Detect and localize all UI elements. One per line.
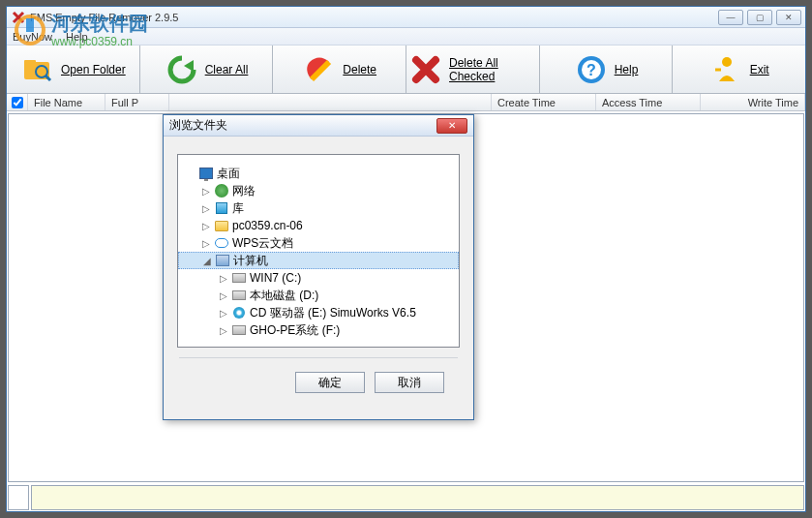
toolbar: Open Folder Clear All Delete Delete All … bbox=[7, 46, 805, 94]
exit-button[interactable]: Exit bbox=[673, 46, 805, 93]
expand-icon[interactable]: ▷ bbox=[219, 325, 228, 336]
col-accesstime[interactable]: Access Time bbox=[596, 94, 701, 110]
titlebar[interactable]: FMS Empty File Remover 2.9.5 — ▢ ✕ bbox=[7, 7, 805, 28]
tree-label: 桌面 bbox=[217, 166, 240, 182]
cd-icon bbox=[231, 305, 247, 320]
status-indicator bbox=[8, 485, 29, 510]
menu-buynow[interactable]: BuyNow bbox=[13, 31, 52, 43]
clear-all-label: Clear All bbox=[205, 63, 249, 76]
computer-icon bbox=[215, 253, 230, 268]
svg-point-8 bbox=[722, 57, 732, 67]
expand-icon[interactable]: ▷ bbox=[201, 203, 211, 214]
help-icon: ? bbox=[574, 52, 609, 87]
status-bar bbox=[31, 485, 804, 510]
help-label: Help bbox=[615, 63, 639, 76]
expand-icon[interactable]: ▷ bbox=[219, 308, 228, 319]
folder-search-icon bbox=[20, 52, 55, 87]
cancel-button[interactable]: 取消 bbox=[375, 372, 444, 393]
refresh-arrow-icon bbox=[165, 52, 199, 87]
open-folder-button[interactable]: Open Folder bbox=[7, 46, 140, 93]
tree-label: 计算机 bbox=[233, 253, 268, 269]
svg-rect-1 bbox=[24, 60, 36, 66]
tree-label: 本地磁盘 (D:) bbox=[250, 288, 318, 304]
col-spacer bbox=[169, 94, 492, 110]
tree-label: 库 bbox=[232, 200, 244, 217]
tree-wps[interactable]: ▷ WPS云文档 bbox=[178, 234, 459, 252]
menubar: BuyNow Help bbox=[7, 28, 805, 46]
exit-label: Exit bbox=[750, 63, 769, 76]
open-folder-label: Open Folder bbox=[61, 63, 126, 76]
tree-label: WIN7 (C:) bbox=[250, 271, 301, 285]
exit-person-icon bbox=[709, 52, 744, 87]
list-header: File Name Full P Create Time Access Time… bbox=[7, 94, 805, 111]
expand-icon[interactable]: ▷ bbox=[201, 186, 211, 197]
tree-label: WPS云文档 bbox=[232, 235, 293, 252]
minimize-button[interactable]: — bbox=[718, 10, 743, 25]
col-createtime[interactable]: Create Time bbox=[492, 94, 596, 110]
tree-library[interactable]: ▷ 库 bbox=[178, 199, 459, 217]
dialog-title: 浏览文件夹 bbox=[169, 117, 436, 134]
col-writetime[interactable]: Write Time bbox=[701, 94, 805, 110]
maximize-button[interactable]: ▢ bbox=[747, 10, 772, 25]
delete-all-checked-button[interactable]: Delete All Checked bbox=[406, 46, 540, 93]
tree-label: GHO-PE系统 (F:) bbox=[250, 322, 340, 339]
select-all-checkbox[interactable] bbox=[7, 94, 28, 110]
tree-pcname[interactable]: ▷ pc0359.cn-06 bbox=[178, 217, 459, 234]
expand-icon[interactable]: ▷ bbox=[219, 273, 228, 284]
window-title: FMS Empty File Remover 2.9.5 bbox=[30, 12, 718, 23]
delete-all-checked-label: Delete All Checked bbox=[449, 56, 537, 83]
status-area bbox=[8, 485, 804, 510]
menu-help[interactable]: Help bbox=[66, 31, 88, 43]
tree-drive-f[interactable]: ▷ GHO-PE系统 (F:) bbox=[178, 321, 459, 339]
library-icon bbox=[214, 200, 229, 216]
window-controls: — ▢ ✕ bbox=[718, 10, 801, 25]
expand-icon[interactable]: ▷ bbox=[219, 290, 228, 301]
tree-network[interactable]: ▷ 网络 bbox=[178, 182, 459, 199]
app-icon bbox=[11, 10, 26, 25]
tree-drive-e[interactable]: ▷ CD 驱动器 (E:) SimuWorks V6.5 bbox=[178, 304, 459, 321]
dialog-buttons: 确定 取消 bbox=[177, 358, 460, 393]
delete-button[interactable]: Delete bbox=[273, 46, 406, 93]
tree-drive-d[interactable]: ▷ 本地磁盘 (D:) bbox=[178, 287, 459, 304]
tree-drive-c[interactable]: ▷ WIN7 (C:) bbox=[178, 269, 459, 287]
help-button[interactable]: ? Help bbox=[540, 46, 674, 93]
drive-icon bbox=[231, 270, 247, 286]
monitor-icon bbox=[198, 166, 214, 181]
tree-label: 网络 bbox=[232, 183, 256, 199]
ok-button[interactable]: 确定 bbox=[295, 372, 365, 393]
network-icon bbox=[214, 183, 229, 198]
clear-all-button[interactable]: Clear All bbox=[140, 46, 274, 93]
expand-icon[interactable]: ▷ bbox=[201, 238, 211, 249]
svg-line-3 bbox=[45, 76, 50, 80]
folder-tree[interactable]: 桌面 ▷ 网络 ▷ 库 ▷ pc0359.cn-06 ▷ WPS云文档 bbox=[177, 154, 460, 348]
folder-icon bbox=[214, 218, 229, 233]
tree-computer[interactable]: ◢ 计算机 bbox=[178, 252, 459, 269]
close-button[interactable]: ✕ bbox=[776, 10, 801, 25]
drive-icon bbox=[231, 288, 247, 303]
dialog-close-button[interactable]: ✕ bbox=[436, 118, 467, 134]
browse-folder-dialog: 浏览文件夹 ✕ 桌面 ▷ 网络 ▷ 库 ▷ pc0359.cn-06 bbox=[163, 114, 474, 420]
dialog-body: 桌面 ▷ 网络 ▷ 库 ▷ pc0359.cn-06 ▷ WPS云文档 bbox=[164, 137, 473, 401]
tree-label: pc0359.cn-06 bbox=[232, 219, 303, 232]
col-filename[interactable]: File Name bbox=[28, 94, 105, 110]
delete-label: Delete bbox=[343, 63, 376, 76]
dialog-titlebar[interactable]: 浏览文件夹 ✕ bbox=[164, 115, 473, 137]
drive-icon bbox=[231, 322, 247, 338]
tree-label: CD 驱动器 (E:) SimuWorks V6.5 bbox=[250, 305, 416, 321]
tree-desktop[interactable]: 桌面 bbox=[178, 165, 459, 182]
delete-cross-icon bbox=[408, 52, 443, 87]
col-fullpath[interactable]: Full P bbox=[105, 94, 169, 110]
delete-x-icon bbox=[302, 52, 337, 87]
cloud-icon bbox=[214, 235, 229, 251]
svg-marker-4 bbox=[184, 60, 194, 72]
expand-icon[interactable]: ▷ bbox=[201, 221, 211, 231]
collapse-icon[interactable]: ◢ bbox=[202, 256, 212, 266]
svg-text:?: ? bbox=[586, 62, 596, 78]
